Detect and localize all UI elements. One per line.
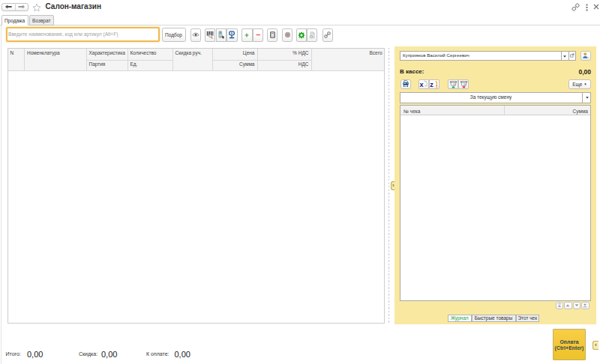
svg-text:z: z: [430, 81, 434, 88]
svg-text:x: x: [420, 81, 424, 88]
